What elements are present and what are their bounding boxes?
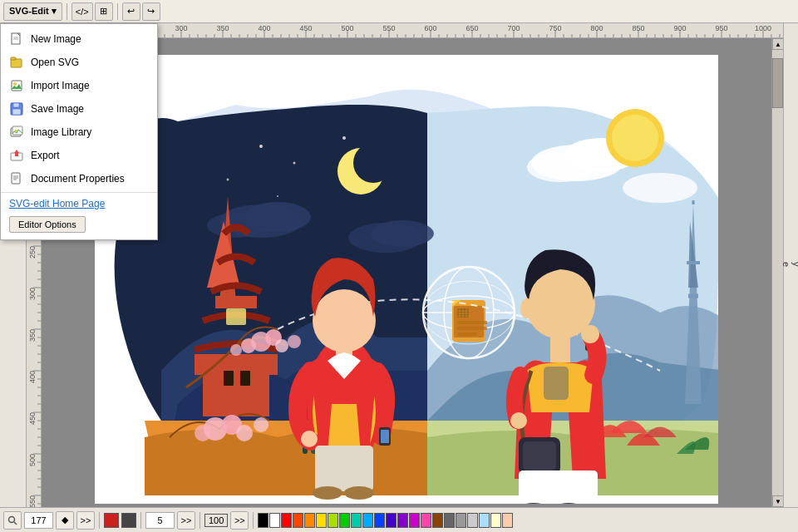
svg-point-45	[612, 115, 658, 161]
palette-teal[interactable]	[351, 513, 362, 528]
svg-rect-8	[13, 103, 19, 107]
scroll-down-arrow[interactable]: ▼	[772, 495, 783, 507]
toolbar-separator-1	[66, 3, 67, 20]
scroll-up-arrow[interactable]: ▲	[772, 38, 783, 50]
palette-light-blue[interactable]	[479, 513, 490, 528]
zoom-arrows-button[interactable]: >>	[76, 511, 95, 530]
palette-cyan[interactable]	[362, 513, 373, 528]
fill-color[interactable]	[121, 513, 136, 528]
svg-point-97	[313, 289, 376, 352]
svg-point-101	[344, 486, 374, 500]
menu-doc-properties-label: Document Properties	[31, 173, 125, 185]
svg-point-43	[623, 173, 697, 203]
svg-rect-5	[12, 81, 22, 91]
palette-black[interactable]	[258, 513, 268, 528]
palette-cream[interactable]	[490, 513, 501, 528]
svg-edit-menu-button[interactable]: SVG-Edit ▾	[3, 2, 62, 21]
palette-orange-red[interactable]	[293, 513, 303, 528]
svg-rect-88	[457, 321, 487, 324]
zoom-value-input[interactable]	[24, 512, 53, 529]
redo-icon: ↪	[147, 6, 155, 17]
svg-point-64	[288, 335, 301, 348]
document-properties-icon	[9, 171, 24, 186]
menu-item-open-svg[interactable]: Open SVG	[1, 51, 157, 74]
svg-point-39	[371, 220, 434, 247]
palette-white[interactable]	[269, 513, 280, 528]
export-icon	[9, 148, 24, 163]
menu-item-import-image[interactable]: Import Image	[1, 74, 157, 97]
svg-edit-label: SVG-Edit ▾	[9, 6, 57, 17]
palette-pink[interactable]	[421, 513, 431, 528]
svg-point-115	[9, 516, 15, 522]
svg-point-6	[13, 82, 17, 86]
menu-image-library-label: Image Library	[31, 126, 91, 138]
palette-brown[interactable]	[432, 513, 443, 528]
svg-point-62	[241, 338, 256, 353]
palette-orange[interactable]	[304, 513, 315, 528]
palette-dark-gray[interactable]	[444, 513, 455, 528]
palette-green[interactable]	[339, 513, 350, 528]
svg-point-27	[259, 145, 263, 148]
svg-rect-106	[523, 441, 556, 470]
menu-open-svg-label: Open SVG	[31, 57, 79, 68]
stroke-size-arrows[interactable]: >>	[177, 511, 195, 530]
zoom-percent-arrows[interactable]: >>	[230, 511, 249, 530]
editor-options-button[interactable]: Editor Options	[9, 216, 86, 233]
svg-rect-99	[315, 446, 373, 491]
stroke-color[interactable]	[104, 513, 119, 528]
main-illustration	[95, 55, 718, 504]
separator-4	[253, 512, 254, 529]
svg-point-61	[275, 339, 288, 352]
dropdown-menu: New Image Open SVG Import Image Save Ima…	[0, 23, 158, 240]
svg-point-94	[301, 431, 318, 447]
zoom-unit-button[interactable]: ◆	[56, 511, 74, 530]
scroll-track-vertical[interactable]	[772, 50, 783, 495]
separator-1	[99, 512, 100, 529]
source-code-button[interactable]: </>	[71, 2, 93, 21]
ruler-top-canvas	[57, 23, 783, 38]
svg-rect-104	[550, 337, 570, 362]
zoom-out-button[interactable]	[3, 511, 22, 530]
wireframe-button[interactable]: ⊞	[95, 2, 113, 21]
redo-button[interactable]: ↪	[142, 2, 160, 21]
canvas-background	[95, 55, 718, 504]
svg-rect-114	[544, 367, 569, 400]
separator-3	[200, 512, 200, 529]
svg-point-110	[510, 412, 527, 429]
menu-item-image-library[interactable]: Image Library	[1, 121, 157, 144]
separator-2	[140, 512, 141, 529]
new-image-icon	[9, 32, 24, 47]
palette-yellow[interactable]	[316, 513, 327, 528]
svg-point-68	[195, 425, 211, 441]
svg-line-116	[14, 522, 17, 525]
menu-item-new-image[interactable]: New Image	[1, 27, 157, 51]
palette-yellow-green[interactable]	[328, 513, 338, 528]
palette-light-gray[interactable]	[467, 513, 478, 528]
svg-edit-home-link[interactable]: SVG-edit Home Page	[1, 195, 157, 213]
undo-button[interactable]: ↩	[122, 2, 140, 21]
palette-purple[interactable]	[397, 513, 408, 528]
palette-magenta[interactable]	[409, 513, 420, 528]
svg-point-28	[293, 162, 296, 165]
ruler-top	[57, 23, 783, 38]
palette-indigo[interactable]	[386, 513, 397, 528]
right-scrollbar[interactable]: ▲ ▼	[771, 38, 783, 507]
palette-red[interactable]	[281, 513, 292, 528]
svg-point-29	[227, 179, 229, 181]
palette-gray[interactable]	[456, 513, 466, 528]
palette-blue[interactable]	[374, 513, 385, 528]
palette-peach[interactable]	[502, 513, 513, 528]
menu-item-save-image[interactable]: Save Image	[1, 97, 157, 121]
menu-item-export[interactable]: Export	[1, 144, 157, 167]
menu-item-document-properties[interactable]: Document Properties	[1, 167, 157, 190]
stroke-size-input[interactable]	[145, 512, 175, 529]
zoom-display: 100	[204, 514, 228, 527]
svg-point-100	[313, 486, 342, 500]
svg-point-30	[342, 136, 346, 140]
layers-panel[interactable]: Layers	[783, 23, 798, 507]
svg-rect-111	[519, 470, 598, 504]
color-palette	[258, 513, 513, 528]
scroll-thumb-vertical[interactable]	[772, 58, 783, 108]
bottom-toolbar: ◆ >> >> 100 >>	[0, 507, 798, 532]
svg-point-34	[353, 143, 393, 183]
